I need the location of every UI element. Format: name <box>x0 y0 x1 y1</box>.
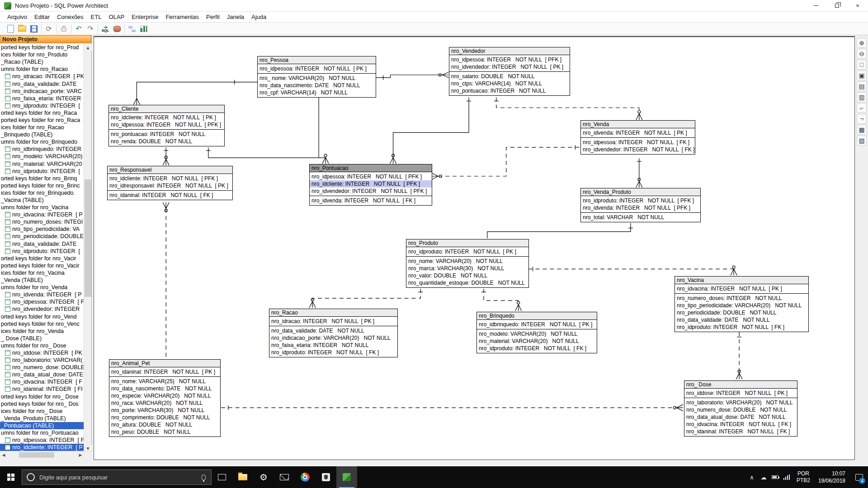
forward-engineer-button[interactable]: ➜SQL <box>99 23 111 34</box>
tree-item-table[interactable]: _Brinquedo (TABLE) <box>0 131 84 138</box>
table-column[interactable]: nro_material: VARCHAR(20) NOT NULL <box>477 338 597 345</box>
tree-item-column[interactable]: nro_data_validade: DATE <box>0 80 84 87</box>
tree-item-column[interactable]: nro_faixa_etaria: INTEGER <box>0 95 84 102</box>
microphone-icon[interactable] <box>202 474 206 480</box>
save-project-button[interactable] <box>28 23 40 34</box>
table-column[interactable]: nro_idvenda: INTEGER NOT NULL [ PK ] <box>581 129 695 136</box>
taskbar-app-file-explorer[interactable] <box>232 466 253 488</box>
menu-conexes[interactable]: Conexões <box>53 12 87 22</box>
table-column[interactable]: nro_idpessoa: INTEGER NOT NULL [ PFK ] <box>449 56 570 63</box>
table-nro-vendedor[interactable]: nro_Vendedornro_idpessoa: INTEGER NOT NU… <box>449 47 570 96</box>
table-column[interactable]: nro_pontuacao: INTEGER NOT NULL <box>109 131 224 138</box>
tree-item-column[interactable]: nro_indicacao_porte: VARC <box>0 88 84 95</box>
table-column[interactable]: nro_nome: VARCHAR(20) NOT NULL <box>406 258 528 265</box>
compare-dm-button[interactable] <box>126 23 138 34</box>
database-connection-button[interactable] <box>111 23 123 34</box>
redo-button[interactable]: ↷ <box>85 23 96 34</box>
table-nro-pessoa[interactable]: nro_Pessoanro_idpessoa: INTEGER NOT NULL… <box>257 56 376 98</box>
table-column[interactable]: nro_idpessoa: INTEGER NOT NULL [ FK ] <box>581 139 695 146</box>
table-column[interactable]: nro_idvenda: INTEGER NOT NULL [ PFK ] <box>581 204 700 211</box>
table-column[interactable]: nro_indicacao_porte: VARCHAR(20) NOT NUL… <box>269 334 397 342</box>
tree-item-column[interactable]: nro_iddose: INTEGER [ PK <box>0 349 84 357</box>
table-column[interactable]: nro_idvendedor: INTEGER NOT NULL [ PFK ] <box>310 188 432 195</box>
tree-item-column[interactable]: nro_idproduto: INTEGER [ <box>0 248 84 255</box>
table-column[interactable]: nro_pontuacao: INTEGER NOT NULL <box>449 87 570 94</box>
table-column[interactable]: nro_idvacina: INTEGER NOT NULL [ PK ] <box>675 285 808 292</box>
zoom-fit-button[interactable]: ▣ <box>857 70 867 80</box>
table-header[interactable]: nro_Produto <box>406 239 528 247</box>
table-nro-brinquedo[interactable]: nro_Brinquedonro_idbrinquedo: INTEGER NO… <box>476 312 597 353</box>
tree-item-folder[interactable]: ported keys folder for nro_Brinc <box>0 182 84 189</box>
open-project-button[interactable] <box>16 23 28 34</box>
menu-arquivo[interactable]: Arquivo <box>4 12 31 22</box>
table-column[interactable]: nro_modelo: VARCHAR(20) NOT NULL <box>477 330 597 338</box>
refresh-button[interactable]: ⟳ <box>43 23 55 34</box>
table-column[interactable]: nro_cpf: VARCHAR(14) NOT NULL <box>258 89 376 96</box>
new-identifying-relationship-button[interactable]: ⌐ <box>857 103 867 113</box>
menu-editar[interactable]: Editar <box>31 12 53 22</box>
table-header[interactable]: nro_Cliente <box>109 105 224 113</box>
tree-item-column[interactable]: nro_idcliente: INTEGER [ P <box>0 444 84 451</box>
tree-item-folder[interactable]: ported keys folder for nro_Venc <box>0 320 84 328</box>
table-column[interactable]: nro_quantidade_estoque: DOUBLE NOT NULL <box>406 279 528 286</box>
tree-item-column[interactable]: nro_periodicidade: DOUBLE <box>0 233 84 240</box>
table-nro-animal-pet[interactable]: nro_Animal_Petnro_idaninal: INTEGER NOT … <box>109 359 221 437</box>
scroll-down-icon[interactable]: ▼ <box>84 445 92 452</box>
taskbar-app-evernote[interactable] <box>316 466 336 488</box>
table-column[interactable]: nro_ nome: VARCHAR(20) NOT NULL <box>258 75 376 82</box>
zoom-out-button[interactable]: ⊖ <box>857 49 867 59</box>
tree-item-folder[interactable]: ported keys folder for nro_ Dos <box>0 400 84 408</box>
horizontal-scroll-thumb[interactable] <box>19 452 54 458</box>
table-header[interactable]: nro_Venda <box>581 121 695 128</box>
table-column[interactable]: nro_idpessoa: INTEGER NOT NULL [ PK ] <box>258 65 376 72</box>
table-nro-cliente[interactable]: nro_Clientenro_idcliente: INTEGER NOT NU… <box>108 105 225 146</box>
table-nro-venda[interactable]: nro_Vendanro_idvenda: INTEGER NOT NULL [… <box>580 120 695 155</box>
tree-item-folder[interactable]: orted keys folder for nro_Raca <box>0 109 84 117</box>
table-column[interactable]: nro_raca: VARCHAR(20) NOT NULL <box>109 399 220 407</box>
tree-item-table[interactable]: _Pontuacao (TABLE) <box>0 422 84 429</box>
table-column[interactable]: nro_idvendedor: INTEGER NOT NULL [ PK ] <box>449 63 570 70</box>
table-nro-pontuacao[interactable]: nro_Pontuacaonro_idpessoa: INTEGER NOT N… <box>309 164 432 206</box>
tree-item-folder[interactable]: ices folder for nro_Vacina <box>0 269 84 277</box>
table-header[interactable]: nro_Vacina <box>675 277 808 284</box>
tree-item-column[interactable]: nro_idproduto: INTEGER [ <box>0 168 84 175</box>
table-column[interactable]: nro_marca: VARCHAR(30) NOT NULL <box>406 265 528 272</box>
table-column[interactable]: nro_idproduto: INTEGER NOT NULL [ FK ] <box>269 349 397 356</box>
battery-icon[interactable] <box>769 466 781 488</box>
table-column[interactable]: nro_faixa_etaria: INTEGER NOT NULL <box>269 342 397 349</box>
table-column[interactable]: nro_idproduto: INTEGER NOT NULL [ PFK ] <box>581 197 700 204</box>
undo-button[interactable]: ↶ <box>73 23 85 34</box>
menu-janela[interactable]: Janela <box>223 12 248 22</box>
tree-item-column[interactable]: nro_idvendedor: INTEGER <box>0 305 84 313</box>
tree-item-table[interactable]: _ Dose (TABLE) <box>0 335 84 342</box>
tree-item-column[interactable]: nro_idvenda: INTEGER [ P <box>0 291 84 298</box>
tree-item-column[interactable]: nro_idvacina: INTEGER [ F <box>0 378 84 385</box>
table-column[interactable]: nro_peso: DOUBLE NOT NULL <box>109 428 220 436</box>
table-column[interactable]: nro_valor: DOUBLE NOT NULL <box>406 272 528 279</box>
tree-item-table[interactable]: _Racao (TABLE) <box>0 58 84 66</box>
tree-item-column[interactable]: nro_laboratorio: VARCHAR( <box>0 357 84 364</box>
tree-item-column[interactable]: nro_numero_dose: DOUBLE <box>0 364 84 371</box>
table-column[interactable]: nro_idpessoa: INTEGER NOT NULL [ PFK ] <box>310 173 432 180</box>
table-column[interactable]: nro_salario: DOUBLE NOT NULL <box>449 73 570 80</box>
scroll-left-icon[interactable]: ◀ <box>0 452 7 458</box>
tree-item-column[interactable]: nro_idpessoa: INTEGER [ F <box>0 436 84 444</box>
onedrive-cloud-icon[interactable]: ☁ <box>758 466 769 488</box>
diagram-canvas[interactable]: nro_Pessoanro_idpessoa: INTEGER NOT NULL… <box>94 36 855 460</box>
menu-enterprise[interactable]: Enterprise <box>128 12 162 22</box>
table-nro-racao[interactable]: nro_Racaonro_idracao: INTEGER NOT NULL [… <box>269 309 398 357</box>
tree-item-table[interactable]: _Vacina (TABLE) <box>0 197 84 204</box>
table-nro-produto[interactable]: nro_Produtonro_idproduto: INTEGER NOT NU… <box>406 239 529 288</box>
delete-selected-button[interactable]: ▧ <box>857 136 867 145</box>
tree-item-column[interactable]: nro_idvacina: INTEGER [ P <box>0 211 84 218</box>
menu-etl[interactable]: ETL <box>87 12 105 22</box>
table-header[interactable]: nro_Vendedor <box>449 47 570 55</box>
vertical-scroll-thumb[interactable] <box>85 179 91 297</box>
tree-item-column[interactable]: nro_tipo_periodicidade: VA <box>0 225 84 233</box>
taskbar-search-input[interactable]: Digite aqui para pesquisar <box>22 469 212 485</box>
tray-expand-icon[interactable]: ∧ <box>746 466 758 488</box>
tree-item-folder[interactable]: ices folder for nro_Produto <box>0 51 84 58</box>
tree-item-folder[interactable]: orted keys folder for nro_Brinq <box>0 175 84 182</box>
table-column[interactable]: nro_total: VARCHAR NOT NULL <box>581 214 700 221</box>
table-nro-responsavel[interactable]: nro_Responsavelnro_idcliente: INTEGER NO… <box>107 166 233 200</box>
